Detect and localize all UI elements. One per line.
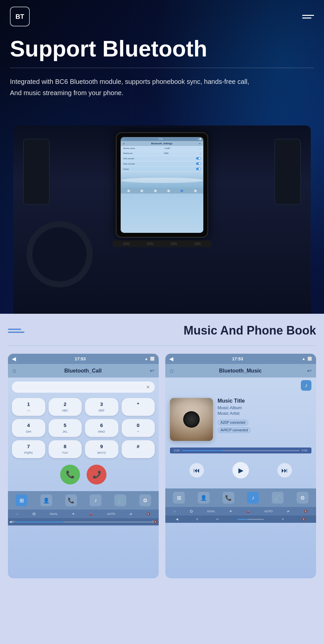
music-panel-return-icon: ↩ (307, 368, 311, 374)
car-interior: ⌂ 17:53 ▲ ⬜ ≡ Bluetooth_Settings ↩ Dev (13, 125, 311, 314)
call-toolbar-arrows-icon[interactable]: ⇌ (130, 512, 132, 516)
music-nav-music-icon[interactable]: ♪ (247, 492, 259, 504)
a2dp-connected-badge: A2DP connected (218, 420, 248, 425)
dial-key-3[interactable]: 3DEF (85, 398, 118, 416)
control-btn-4[interactable] (194, 242, 201, 245)
dial-key-6[interactable]: 6MNO (85, 419, 118, 437)
music-panel-home-icon: ⌂ (170, 367, 174, 374)
bt-logo: BT (10, 7, 30, 26)
music-nav-person-icon[interactable]: 👤 (198, 492, 210, 504)
next-track-button[interactable]: ⏭ (277, 463, 292, 478)
call-bottom-volume-icon[interactable]: 🔇 (154, 520, 157, 523)
dial-key-4[interactable]: 4GHI (12, 419, 45, 437)
music-nav-settings-icon[interactable]: ⚙ (297, 492, 308, 504)
call-search-clear[interactable]: ✕ (146, 384, 150, 390)
call-toolbar-power-icon[interactable]: ⏻ (32, 512, 35, 516)
music-info: Music Title Music Album Music Artist A2D… (218, 398, 311, 434)
dial-key-0[interactable]: 0+ (122, 419, 155, 437)
call-nav-grid-icon[interactable]: ⊞ (16, 494, 27, 506)
dial-key-5[interactable]: 5JKL (49, 419, 82, 437)
section-title: Music And Phone Book (183, 324, 316, 338)
screen-wave (121, 172, 203, 188)
screen-title: Bluetooth_Settings (125, 142, 199, 145)
call-bottom-back-icon[interactable]: ◀ (9, 520, 12, 523)
music-toolbar-volume-icon[interactable]: 🔇 (304, 510, 307, 513)
hero-nav: BT (0, 0, 324, 33)
call-toolbar-snowflake-icon[interactable]: ❄ (72, 512, 75, 516)
call-search-bar[interactable]: ✕ (12, 381, 155, 393)
call-panel-screen-icon: ⬜ (150, 357, 155, 361)
call-toolbar-car-icon[interactable]: 🚗 (89, 512, 93, 516)
screen-nav-dot-4 (167, 190, 170, 192)
call-panel-toolbar: ⌂ ⏻ DUAL ❄ 🚗 AUTO ⇌ 🔇 (8, 510, 159, 518)
play-pause-button[interactable]: ▶ (232, 462, 249, 479)
chevron-right-icon: › (200, 147, 201, 149)
dial-key-9[interactable]: 9WXYZ (85, 440, 118, 458)
device-name-label: Device name (123, 147, 135, 149)
screen-bottombar (121, 188, 203, 194)
call-bottom-prev-icon[interactable]: ↩ (13, 520, 16, 523)
prev-track-button[interactable]: ⏮ (189, 463, 204, 478)
call-nav-person-icon[interactable]: 👤 (40, 494, 52, 506)
call-toolbar-dual-label: DUAL (50, 512, 58, 516)
control-btn-2[interactable] (147, 242, 153, 245)
right-vent (274, 139, 301, 205)
music-toolbar-dual-label: DUAL (207, 510, 215, 513)
call-nav-phone-icon[interactable]: 📞 (65, 494, 77, 506)
control-btn-1[interactable] (123, 242, 130, 245)
screen-topbar: ⌂ 17:53 ▲ ⬜ (121, 137, 203, 141)
screen-nav-dot-1 (127, 190, 130, 192)
dial-key-8[interactable]: 8TUV (49, 440, 82, 458)
call-nav-settings-icon[interactable]: ⚙ (139, 494, 151, 506)
call-toolbar-home-icon[interactable]: ⌂ (17, 512, 18, 516)
chevron-right-icon-2: › (200, 152, 201, 154)
music-bottom-zero-2: 0 (282, 518, 284, 521)
control-btn-3[interactable] (171, 242, 177, 245)
music-bottom-toolbar: ◀ 0 ↩ 0 🔇 (165, 516, 316, 523)
device-pin-row: Device pin 0000 › (121, 151, 203, 156)
music-progress-bar[interactable] (182, 450, 300, 451)
music-toolbar-home-icon[interactable]: ⌂ (174, 510, 176, 513)
music-bottom-back-icon[interactable]: ◀ (176, 518, 178, 521)
music-toolbar-car-icon[interactable]: 🚗 (246, 510, 250, 513)
hero-section: BT Support Bluetooth Integrated with BC6… (0, 0, 324, 314)
call-toolbar-volume-icon[interactable]: 🔇 (146, 512, 150, 516)
dial-key-2[interactable]: 2ABC (49, 398, 82, 416)
auto-answer-toggle[interactable] (196, 157, 201, 160)
dial-key-1[interactable]: 1— (12, 398, 45, 416)
power-toggle[interactable] (196, 168, 201, 170)
dial-key-7[interactable]: 7PQRS (12, 440, 45, 458)
call-search-placeholder (17, 384, 21, 390)
call-panel-icons: ▲ ⬜ (144, 357, 155, 361)
screen-home-icon: ⌂ (123, 138, 124, 140)
screen-nav-dot-5 (181, 190, 183, 192)
music-note-button[interactable]: ♪ (301, 380, 311, 391)
dial-key-hash[interactable]: # (122, 440, 155, 458)
music-toolbar-auto-label: AUTO (264, 510, 273, 513)
dialpad: 1— 2ABC 3DEF * 4GHI 5JKL (12, 398, 155, 458)
music-toolbar-snowflake-icon[interactable]: ❄ (229, 510, 232, 513)
call-panel-topbar: ◀ 17:53 ▲ ⬜ (8, 354, 159, 364)
music-bottom-prev-icon[interactable]: ↩ (216, 518, 219, 521)
power-label: Power (123, 168, 129, 170)
end-call-button[interactable]: 📞 (87, 465, 106, 484)
music-toolbar-power-icon[interactable]: ⏻ (190, 510, 193, 513)
screen-time: 17:53 (158, 138, 163, 140)
call-nav-music-icon[interactable]: ♪ (90, 494, 101, 506)
music-nav-phone-icon[interactable]: 📞 (223, 492, 234, 504)
bottom-section: Music And Phone Book ◀ 17:53 ▲ ⬜ ⌂ Bluet… (0, 314, 324, 644)
music-bottom-volume-icon[interactable]: 🔇 (302, 518, 305, 521)
music-nav-grid-icon[interactable]: ⊞ (173, 492, 185, 504)
call-panel-bottom-nav: ⊞ 👤 📞 ♪ 🔗 ⚙ (8, 491, 159, 510)
menu-button[interactable] (302, 15, 314, 18)
music-slider-bar[interactable] (237, 519, 264, 520)
auto-connect-row: Auto connect (121, 161, 203, 166)
auto-answer-label: Auto answer (123, 158, 134, 160)
music-nav-link-icon[interactable]: 🔗 (272, 492, 284, 504)
music-panel-chevron-up: ▲ (302, 357, 305, 361)
answer-call-button[interactable]: 📞 (60, 465, 80, 484)
call-nav-link-icon[interactable]: 🔗 (114, 494, 126, 506)
music-toolbar-arrows-icon[interactable]: ⇌ (287, 510, 290, 513)
auto-connect-toggle[interactable] (196, 162, 201, 165)
dial-key-star[interactable]: * (122, 398, 155, 416)
